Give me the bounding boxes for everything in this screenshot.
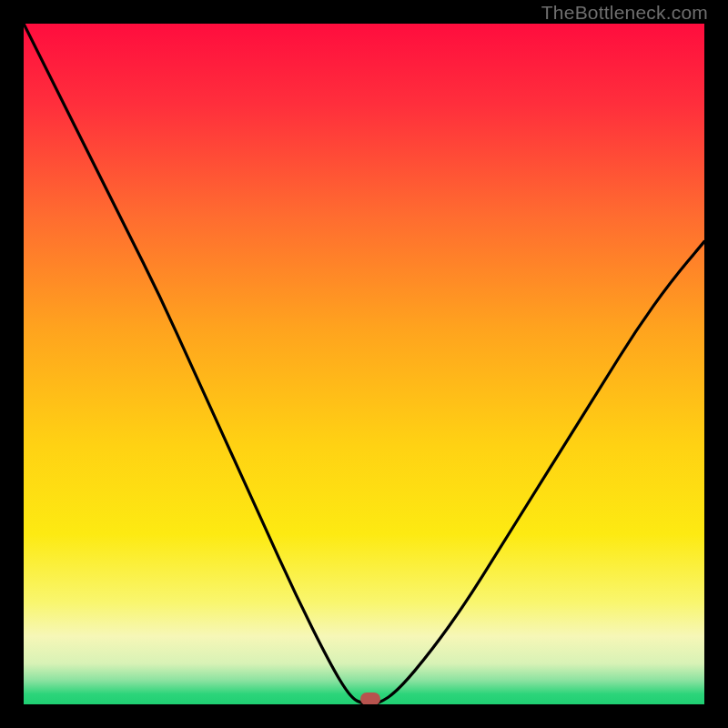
chart-frame: TheBottleneck.com <box>0 0 728 728</box>
plot-area <box>24 24 704 704</box>
bottleneck-curve <box>24 24 704 704</box>
minimum-marker <box>360 693 380 704</box>
watermark-text: TheBottleneck.com <box>541 2 708 24</box>
